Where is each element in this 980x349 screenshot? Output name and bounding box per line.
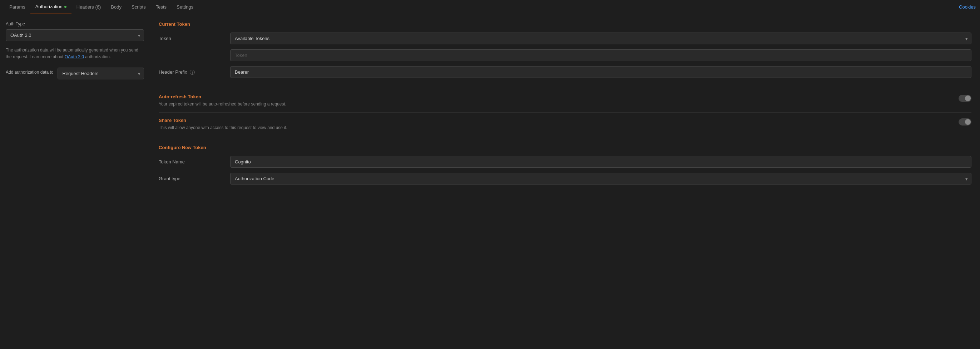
tab-authorization[interactable]: Authorization: [30, 0, 72, 14]
header-prefix-info-icon[interactable]: i: [190, 70, 195, 75]
grant-type-select[interactable]: Authorization Code Implicit Password Cre…: [230, 173, 971, 185]
oauth-link[interactable]: OAuth 2.0: [65, 54, 84, 59]
configure-title: Configure New Token: [159, 145, 971, 150]
right-panel: Current Token Token Available Tokens Add…: [150, 14, 980, 349]
auto-refresh-desc: Your expired token will be auto-refreshe…: [159, 101, 944, 107]
add-auth-row: Add authorization data to Request Header…: [6, 68, 144, 80]
configure-section: Configure New Token Token Name Grant typ…: [159, 145, 971, 185]
token-label: Token: [159, 36, 230, 41]
add-auth-select-wrapper: Request Headers Query Params ▾: [57, 68, 144, 80]
token-input[interactable]: [230, 49, 971, 61]
auth-type-label: Auth Type: [6, 21, 144, 27]
description-text: The authorization data will be automatic…: [6, 47, 144, 61]
auto-refresh-toggle[interactable]: [959, 95, 971, 102]
token-name-row: Token Name: [159, 156, 971, 168]
share-token-desc: This will allow anyone with access to th…: [159, 124, 944, 131]
header-prefix-label: Header Prefix i: [159, 69, 230, 75]
share-token-row: Share Token This will allow anyone with …: [159, 113, 971, 136]
header-prefix-row: Header Prefix i: [159, 66, 971, 78]
grant-type-row: Grant type Authorization Code Implicit P…: [159, 173, 971, 185]
tab-tests[interactable]: Tests: [151, 0, 172, 14]
current-token-title: Current Token: [159, 21, 971, 27]
share-token-toggle[interactable]: [959, 118, 971, 126]
tab-settings[interactable]: Settings: [172, 0, 198, 14]
header-prefix-input[interactable]: [230, 66, 971, 78]
divider-1: [159, 83, 971, 83]
grant-type-label: Grant type: [159, 176, 230, 181]
token-field-row: Token Available Tokens Add new token ▾: [159, 32, 971, 45]
add-auth-label: Add authorization data to: [6, 70, 53, 75]
auth-type-select-wrapper: OAuth 2.0 Bearer Token Basic Auth API Ke…: [6, 29, 144, 41]
token-select[interactable]: Available Tokens Add new token: [230, 32, 971, 45]
active-dot: [64, 6, 67, 8]
main-content: Auth Type OAuth 2.0 Bearer Token Basic A…: [0, 14, 980, 349]
tab-bar: Params Authorization Headers (6) Body Sc…: [0, 0, 980, 14]
cookies-link[interactable]: Cookies: [959, 4, 976, 10]
auth-type-select[interactable]: OAuth 2.0 Bearer Token Basic Auth API Ke…: [6, 29, 144, 41]
tab-scripts[interactable]: Scripts: [127, 0, 151, 14]
share-token-title: Share Token: [159, 118, 944, 123]
tab-body[interactable]: Body: [106, 0, 127, 14]
token-name-label: Token Name: [159, 159, 230, 164]
auto-refresh-row: Auto-refresh Token Your expired token wi…: [159, 89, 971, 113]
token-input-row: [159, 49, 971, 61]
token-name-input[interactable]: [230, 156, 971, 168]
auto-refresh-title: Auto-refresh Token: [159, 94, 944, 99]
grant-type-select-wrapper: Authorization Code Implicit Password Cre…: [230, 173, 971, 185]
token-select-wrapper: Available Tokens Add new token ▾: [230, 32, 971, 45]
tab-headers[interactable]: Headers (6): [72, 0, 106, 14]
tab-params[interactable]: Params: [4, 0, 30, 14]
left-panel: Auth Type OAuth 2.0 Bearer Token Basic A…: [0, 14, 150, 349]
add-auth-select[interactable]: Request Headers Query Params: [57, 68, 144, 80]
